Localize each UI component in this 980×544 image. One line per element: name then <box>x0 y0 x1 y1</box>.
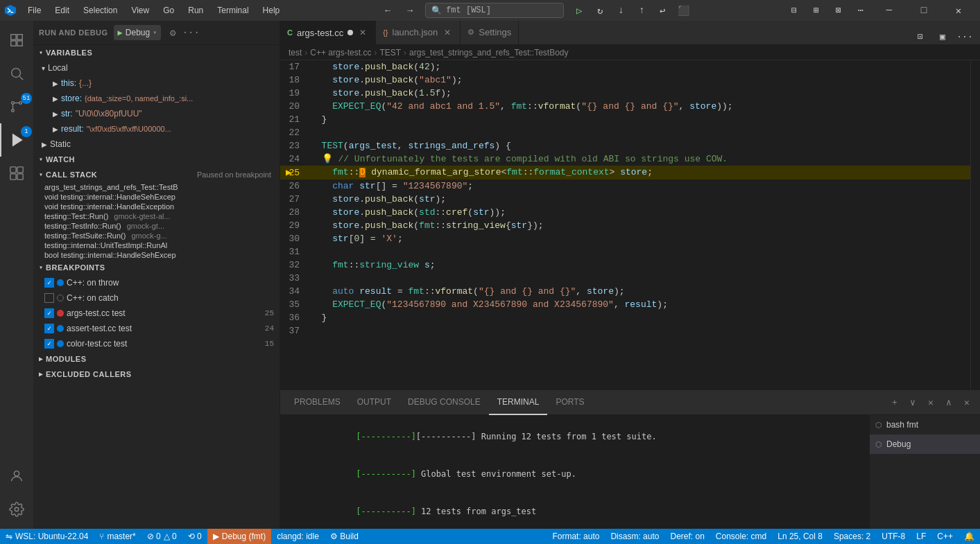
statusbar-lang[interactable]: C++ <box>931 529 958 544</box>
menu-run[interactable]: Run <box>181 0 210 21</box>
layout-btn-2[interactable]: ⊞ <box>807 3 826 18</box>
statusbar-eol[interactable]: LF <box>911 529 931 544</box>
var-this[interactable]: ▶ this: {...} <box>33 76 280 91</box>
panel-tab-output[interactable]: OUTPUT <box>349 391 399 415</box>
statusbar-spaces[interactable]: Spaces: 2 <box>828 529 876 544</box>
terminal-bash[interactable]: ⬡ bash fmt <box>870 415 980 435</box>
callstack-item-3[interactable]: testing::Test::Run() gmock-gtest-al... <box>33 211 280 221</box>
activity-extensions[interactable] <box>0 157 33 190</box>
menu-file[interactable]: File <box>21 0 48 21</box>
panel-maximize[interactable]: ∧ <box>941 395 956 410</box>
statusbar-line-col[interactable]: Ln 25, Col 8 <box>772 529 828 544</box>
breakpoints-section-header[interactable]: ▾ BREAKPOINTS <box>33 260 280 275</box>
search-bar[interactable]: 🔍 fmt [WSL] <box>425 3 564 18</box>
layout-btn-3[interactable]: ⊠ <box>829 3 848 18</box>
menu-go[interactable]: Go <box>156 0 181 21</box>
close-button[interactable]: ✕ <box>943 0 974 21</box>
activity-source-control[interactable]: 51 <box>0 90 33 123</box>
static-section[interactable]: ▶ Static <box>33 137 280 152</box>
var-str[interactable]: ▶ str: "U\0\0\x80pfUUU" <box>33 106 280 121</box>
debug-step-out[interactable]: ↑ <box>632 3 651 18</box>
menu-selection[interactable]: Selection <box>76 0 124 21</box>
activity-settings[interactable] <box>0 493 33 526</box>
debug-config-selector[interactable]: ▶ Debug ▾ <box>114 25 162 40</box>
callstack-section-header[interactable]: ▾ CALL STACK Paused on breakpoint <box>33 167 280 182</box>
forward-button[interactable]: → <box>400 3 420 18</box>
panel-kill-terminal[interactable]: ✕ <box>923 395 938 410</box>
minimize-button[interactable]: ─ <box>873 0 905 21</box>
panel-add-terminal[interactable]: + <box>887 395 902 410</box>
debug-restart[interactable]: ↩ <box>653 3 672 18</box>
callstack-item-2[interactable]: void testing::internal::HandleException <box>33 202 280 211</box>
split-editor-btn[interactable]: ⊡ <box>911 29 930 44</box>
excluded-callers-section-header[interactable]: ▶ EXCLUDED CALLERS <box>33 367 280 382</box>
menu-view[interactable]: View <box>124 0 156 21</box>
tab-args-test[interactable]: C args-test.cc ✕ <box>280 21 376 44</box>
activity-explorer[interactable] <box>0 24 33 57</box>
breadcrumb-body[interactable]: args_test_strings_and_refs_Test::TestBod… <box>409 48 568 58</box>
activity-run-debug[interactable]: 1 <box>0 123 33 157</box>
tab-launch-json[interactable]: {} launch.json ✕ <box>376 21 461 44</box>
statusbar-deref[interactable]: Deref: on <box>664 529 710 544</box>
tab-close-args-test[interactable]: ✕ <box>357 27 368 38</box>
layout-btn-4[interactable]: ⋯ <box>851 3 870 18</box>
statusbar-sync[interactable]: ⟲ 0 <box>182 529 207 544</box>
watch-section-header[interactable]: ▾ WATCH <box>33 152 280 167</box>
bp-checkbox-2[interactable]: ✓ <box>44 308 54 318</box>
bp-checkbox-4[interactable]: ✓ <box>44 339 54 349</box>
statusbar-console[interactable]: Console: cmd <box>710 529 772 544</box>
terminal-debug[interactable]: ⬡ Debug <box>870 435 980 454</box>
statusbar-errors[interactable]: ⊘ 0 △ 0 <box>141 529 182 544</box>
code-scroll-area[interactable]: 17 store.push_back(42); 18 store.push_ba… <box>280 60 970 390</box>
menu-edit[interactable]: Edit <box>48 0 76 21</box>
editor-more-btn[interactable]: ··· <box>955 29 974 44</box>
callstack-item-7[interactable]: bool testing::internal::HandleSehExcep <box>33 250 280 260</box>
statusbar-notification[interactable]: 🔔 <box>958 529 980 544</box>
menu-terminal[interactable]: Terminal <box>210 0 255 21</box>
activity-account[interactable] <box>0 459 33 493</box>
maximize-button[interactable]: □ <box>908 0 940 21</box>
var-result[interactable]: ▶ result: "\xf0\xd5\xff\xff\U00000... <box>33 121 280 137</box>
variables-section-header[interactable]: ▾ VARIABLES <box>33 45 280 60</box>
statusbar-wsl[interactable]: ⇋ WSL: Ubuntu-22.04 <box>0 529 94 544</box>
statusbar-disasm[interactable]: Disasm: auto <box>605 529 664 544</box>
back-button[interactable]: ← <box>378 3 397 18</box>
panel-tab-ports[interactable]: PORTS <box>547 391 592 415</box>
callstack-item-6[interactable]: testing::internal::UnitTestImpl::RunAl <box>33 240 280 250</box>
statusbar-format[interactable]: Format: auto <box>547 529 605 544</box>
panel-tab-debug-console[interactable]: DEBUG CONSOLE <box>399 391 489 415</box>
bp-item-4[interactable]: ✓ color-test.cc test 15 <box>33 336 280 351</box>
callstack-item-0[interactable]: args_test_strings_and_refs_Test::TestB <box>33 182 280 192</box>
statusbar-build[interactable]: ⚙ Build <box>325 529 364 544</box>
debug-settings-btn[interactable]: ⚙ <box>165 25 180 40</box>
breadcrumb-file[interactable]: C++ args-test.cc <box>310 48 371 58</box>
menu-help[interactable]: Help <box>256 0 287 21</box>
bp-item-2[interactable]: ✓ args-test.cc test 25 <box>33 306 280 321</box>
bp-checkbox-3[interactable]: ✓ <box>44 324 54 333</box>
breadcrumb-symbol[interactable]: TEST <box>379 48 401 58</box>
callstack-item-5[interactable]: testing::TestSuite::Run() gmock-g... <box>33 231 280 240</box>
debug-stop[interactable]: ⬛ <box>673 3 693 18</box>
bp-item-3[interactable]: ✓ assert-test.cc test 24 <box>33 321 280 336</box>
tab-settings[interactable]: ⚙ Settings <box>461 21 519 44</box>
breadcrumb-test[interactable]: test <box>289 48 302 58</box>
statusbar-clangd[interactable]: clangd: idle <box>271 529 325 544</box>
layout-btn-1[interactable]: ⊟ <box>784 3 804 18</box>
panel-close[interactable]: ✕ <box>959 395 974 410</box>
bp-checkbox-0[interactable]: ✓ <box>44 278 54 288</box>
modules-section-header[interactable]: ▶ MODULES <box>33 351 280 367</box>
statusbar-debug[interactable]: ▶ Debug (fmt) <box>207 529 271 544</box>
layout-toggle-btn[interactable]: ▣ <box>933 29 952 44</box>
run-icon[interactable]: ▷ <box>569 3 589 18</box>
statusbar-branch[interactable]: ⑂ master* <box>94 529 141 544</box>
panel-tab-terminal[interactable]: TERMINAL <box>489 391 548 415</box>
callstack-item-1[interactable]: void testing::internal::HandleSehExcep <box>33 192 280 202</box>
callstack-item-4[interactable]: testing::TestInfo::Run() gmock-gt... <box>33 221 280 231</box>
debug-step-over[interactable]: ↻ <box>590 3 610 18</box>
bp-item-1[interactable]: C++: on catch <box>33 290 280 306</box>
activity-search[interactable] <box>0 57 33 90</box>
var-store[interactable]: ▶ store: {data_:size=0, named_info_:si..… <box>33 91 280 106</box>
local-section[interactable]: ▾ Local <box>33 60 280 76</box>
bp-checkbox-1[interactable] <box>44 293 54 303</box>
statusbar-encoding[interactable]: UTF-8 <box>876 529 911 544</box>
